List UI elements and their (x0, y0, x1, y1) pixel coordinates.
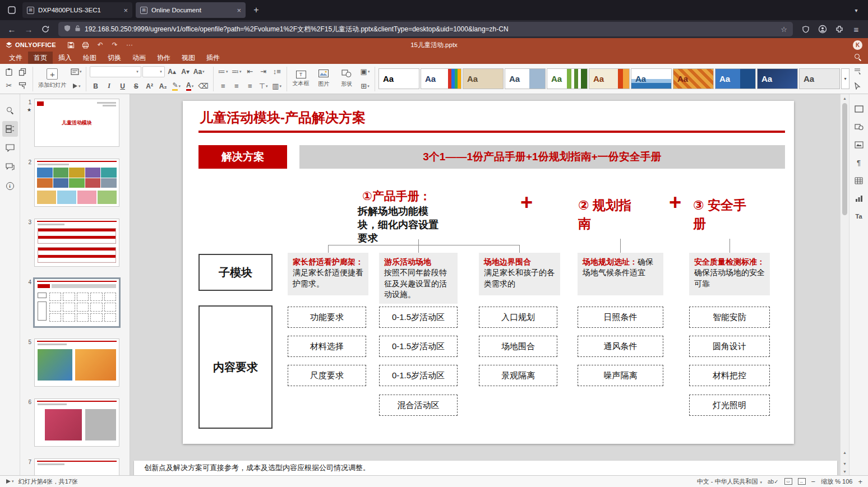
account-icon[interactable] (815, 22, 830, 36)
bookmark-star-icon[interactable]: ☆ (781, 25, 787, 34)
extension-shield-icon[interactable] (798, 22, 813, 36)
align-right-icon[interactable]: ≡ (244, 80, 256, 92)
back-button[interactable]: ← (4, 22, 19, 36)
slide-thumbnail-6[interactable]: 6 (20, 398, 130, 447)
module-box[interactable]: 家长舒适看护廊架：满足家长舒适便捷看护需求。 (288, 253, 368, 295)
browser-tab[interactable]: ▤ DXP4800PLUS-3EC1 × (22, 2, 132, 18)
content-label-box[interactable]: 内容要求 (198, 305, 273, 429)
scroll-up-icon[interactable]: ▲ (843, 94, 847, 102)
current-slide[interactable]: 儿童活动模块-产品解决方案 解决方案 3个1——1份产品手册+1份规划指南+一份… (183, 101, 794, 444)
user-avatar[interactable]: K (853, 40, 862, 50)
insert-shape-button[interactable]: 形状 (336, 69, 357, 88)
menu-transitions[interactable]: 切换 (102, 52, 127, 64)
strikethrough-icon[interactable]: S (130, 80, 142, 92)
requirement-cell[interactable]: 材料把控 (689, 365, 770, 386)
previous-slide-icon[interactable]: ▲ (843, 448, 847, 456)
increase-indent-icon[interactable]: ⇥ (257, 66, 270, 78)
search-panel-icon[interactable] (2, 102, 18, 118)
menu-insert[interactable]: 插入 (53, 52, 77, 64)
section-safety-manual[interactable]: ③ 安全手册 (693, 196, 756, 234)
theme-thumbnail[interactable]: Aa (673, 68, 714, 89)
paragraph-settings-icon[interactable]: ¶ (852, 156, 866, 169)
select-tool-icon[interactable] (851, 80, 864, 92)
requirement-cell[interactable]: 日照条件 (578, 307, 663, 328)
submodule-label-box[interactable]: 子模块 (198, 254, 273, 291)
decrease-indent-icon[interactable]: ⇤ (244, 66, 256, 78)
undo-icon[interactable]: ↶ (94, 40, 107, 50)
theme-thumbnail[interactable]: Aa (505, 68, 546, 89)
module-box[interactable]: 场地边界围合满足家长和孩子的各类需求的 (479, 253, 560, 295)
cut-icon[interactable]: ✂ (3, 80, 15, 92)
requirement-cell[interactable]: 噪声隔离 (578, 365, 663, 386)
document-title[interactable]: 15儿童活动.pptx (410, 41, 458, 49)
requirement-cell[interactable]: 场地围合 (479, 336, 557, 357)
connector-line[interactable] (418, 239, 419, 245)
menu-file[interactable]: 文件 (3, 52, 28, 64)
menu-search-icon[interactable] (854, 53, 865, 62)
connector-line[interactable] (519, 245, 520, 253)
requirement-cell[interactable]: 圆角设计 (689, 336, 770, 357)
menu-plugins[interactable]: 插件 (201, 52, 225, 64)
plus-sign[interactable]: + (658, 192, 692, 213)
requirement-cell[interactable]: 0-1.5岁活动区 (379, 365, 458, 386)
menu-collaboration[interactable]: 协作 (151, 52, 176, 64)
chat-panel-icon[interactable] (2, 159, 18, 175)
theme-thumbnail[interactable]: Aa (463, 68, 504, 89)
connector-line[interactable] (328, 245, 329, 253)
reload-button[interactable] (38, 22, 53, 36)
connector-line[interactable] (418, 245, 419, 253)
chart-settings-icon[interactable] (852, 192, 866, 205)
tab-close-icon[interactable]: × (237, 6, 241, 15)
italic-icon[interactable]: I (103, 80, 116, 92)
insert-textbox-button[interactable]: T 文本框 (290, 71, 312, 87)
slide-canvas[interactable]: 儿童活动模块-产品解决方案 解决方案 3个1——1份产品手册+1份规划指南+一份… (130, 94, 840, 475)
theme-thumbnail[interactable]: Aa (378, 68, 419, 89)
slide-layout-icon[interactable]: ▾ (70, 66, 82, 78)
slide-thumbnail-3[interactable]: 3 (20, 219, 130, 267)
paste-icon[interactable] (3, 66, 15, 78)
bullet-list-icon[interactable]: ≔▾ (217, 66, 229, 78)
requirement-cell[interactable]: 入口规划 (479, 307, 557, 328)
arrange-shape-icon[interactable]: ▣▾ (359, 66, 371, 78)
menu-home[interactable]: 首页 (28, 52, 53, 64)
module-box[interactable]: 游乐活动场地按照不同年龄段特征及兴趣设置的活动设施。 (379, 253, 458, 304)
increase-font-icon[interactable]: A▴ (166, 66, 178, 78)
plus-sign[interactable]: + (510, 192, 543, 213)
next-slide-edge[interactable]: 创新点及解决方案可直接参考，成本及选型内容应根据公司情况调整。 (134, 461, 837, 475)
url-bar[interactable]: 192.168.50.250:9999/ugreen/v1/office/ope… (58, 22, 793, 36)
font-size-select[interactable]: ▾ (142, 66, 165, 77)
numbered-list-icon[interactable]: ≕▾ (230, 66, 243, 78)
lock-icon[interactable] (75, 25, 81, 34)
decrease-font-icon[interactable]: A▾ (179, 66, 192, 78)
start-slideshow-icon[interactable]: ▾ (70, 80, 82, 92)
underline-icon[interactable]: U (117, 80, 129, 92)
add-slide-plus-icon[interactable]: + (47, 68, 58, 80)
forward-button[interactable]: → (21, 22, 36, 36)
extensions-puzzle-icon[interactable] (832, 22, 847, 36)
save-icon[interactable] (65, 40, 77, 50)
list-all-tabs-icon[interactable]: ▾ (849, 3, 864, 17)
copy-icon[interactable] (16, 66, 29, 78)
section-planning-guide[interactable]: ② 规划指南 (578, 196, 641, 234)
align-left-icon[interactable]: ≡ (217, 80, 229, 92)
language-selector[interactable]: 中文 - 中华人民共和国 ▾ (697, 477, 762, 486)
tracking-shield-icon[interactable] (64, 25, 71, 34)
requirement-cell[interactable]: 灯光照明 (689, 395, 770, 416)
slide-settings-icon[interactable] (852, 102, 866, 115)
image-settings-icon[interactable] (852, 138, 866, 151)
menu-hamburger-icon[interactable]: ≡ (849, 22, 864, 36)
textart-settings-icon[interactable]: Ta (852, 210, 866, 223)
clear-style-icon[interactable]: ⌫ (197, 80, 210, 92)
scroll-down-icon[interactable]: ▼ (843, 467, 847, 475)
slide-thumbnail-2[interactable]: 2 (20, 159, 130, 207)
menu-animation[interactable]: 动画 (127, 52, 151, 64)
font-name-select[interactable]: ▾ (90, 66, 141, 77)
slide-title-text[interactable]: 儿童活动模块-产品解决方案 (200, 109, 366, 127)
theme-thumbnail[interactable]: Aa (547, 68, 588, 89)
vertical-align-icon[interactable]: ⊤▾ (257, 80, 270, 92)
comments-panel-icon[interactable] (2, 140, 18, 156)
more-actions-icon[interactable]: ··· (123, 40, 136, 50)
requirement-cell[interactable]: 0-1.5岁活动区 (379, 336, 458, 357)
requirement-cell[interactable]: 功能要求 (288, 307, 366, 328)
slide-thumbnail-4-selected[interactable]: 4 (20, 279, 130, 327)
